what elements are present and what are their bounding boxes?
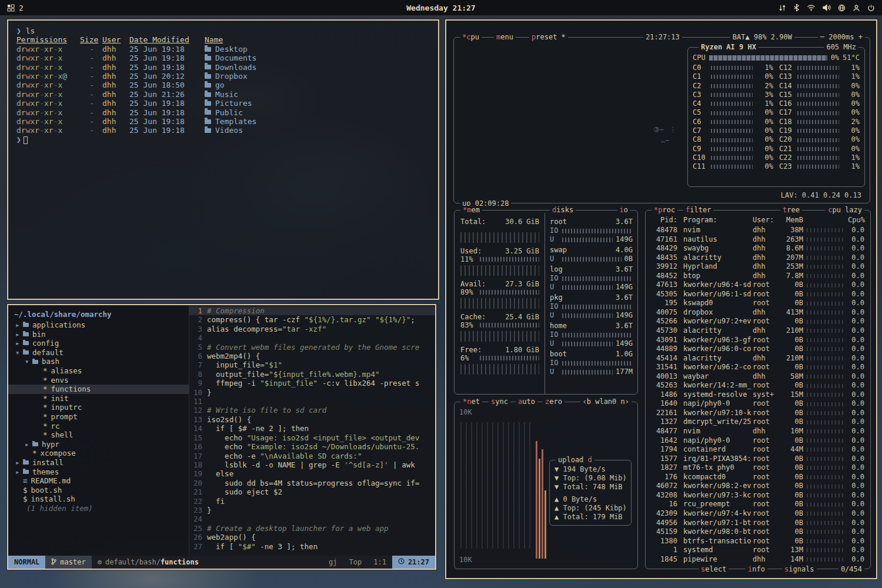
process-row[interactable]: 45414 alacritty dhh 210M 0.0	[652, 354, 864, 363]
code-line: 15 echo "Usage: iso2sd <input_file> <out…	[189, 433, 435, 442]
net-zero-toggle[interactable]: zero	[543, 397, 564, 406]
tree-item[interactable]: ▸ config	[8, 339, 189, 348]
tree-item[interactable]: ▾ default	[8, 348, 189, 358]
tab-proc[interactable]: *proc	[652, 206, 677, 214]
tree-item[interactable]: envs	[8, 376, 189, 385]
process-row[interactable]: 40013 waybar dhh 58M 0.0	[652, 372, 864, 382]
col-user[interactable]: User:	[753, 215, 780, 225]
process-row[interactable]: 48429 swaybg dhh 8.6M 0.0	[652, 244, 864, 253]
tree-item[interactable]: install.sh	[8, 495, 189, 504]
tree-item[interactable]: functions	[8, 385, 189, 394]
preset-button[interactable]: preset *	[529, 33, 568, 41]
prompt-line-empty[interactable]: ❯	[16, 135, 430, 144]
process-row[interactable]: 46072 kworker/u98:2-ev root 0B 0.0	[652, 482, 864, 491]
process-row[interactable]: 1327 dmcrypt_write/25 root 0B 0.0	[652, 417, 864, 427]
process-row[interactable]: 1486 systemd-resolve syst+ 15M 0.0	[652, 390, 864, 400]
net-interface[interactable]: ‹b wlan0 n›	[580, 397, 632, 406]
process-row[interactable]: 45263 kworker/14:2-mm_ root 0B 0.0	[652, 381, 864, 390]
process-row[interactable]: 22161 kworker/u97:10-k root 0B 0.0	[652, 409, 864, 418]
process-row[interactable]: 43091 kworker/u96:3-gf root 0B 0.0	[652, 336, 864, 345]
process-row[interactable]: 39912 Hyprland dhh 253M 0.0	[652, 262, 864, 272]
process-row[interactable]: 48478 nvim dhh 38M 0.0	[652, 226, 864, 235]
terminal-output[interactable]: ❯ ls Permissions Size User Date Modified…	[8, 21, 438, 150]
core-pct: 0%	[756, 145, 773, 153]
user-icon[interactable]	[853, 4, 860, 12]
process-row[interactable]: 47161 nautilus dhh 263M 0.0	[652, 235, 864, 245]
net-auto-toggle[interactable]: auto	[516, 397, 537, 406]
network-icon[interactable]	[838, 4, 846, 12]
process-row[interactable]: 48477 nvim dhh 10M 0.0	[652, 427, 864, 436]
proc-select-hint[interactable]: select	[699, 565, 729, 573]
tree-root-path[interactable]: ~/.local/share/omarchy	[8, 309, 189, 320]
tab-cpu[interactable]: *cpu	[460, 33, 482, 41]
bluetooth-icon[interactable]	[793, 4, 800, 12]
process-row[interactable]: 1794 containerd root 44M 0.0	[652, 445, 864, 455]
proc-info-hint[interactable]: info	[746, 565, 767, 573]
process-row[interactable]: 47613 kworker/u96:4-sd root 0B 0.0	[652, 280, 864, 290]
process-row[interactable]: 16 rcu_preempt root 0B 0.0	[652, 500, 864, 509]
tree-item[interactable]: boot.sh	[8, 486, 189, 495]
code-editor[interactable]: 1 # Compression 2 compress() { tar -czf …	[189, 305, 435, 556]
process-row[interactable]: 44956 kworker/u97:1-bt root 0B 0.0	[652, 519, 864, 528]
process-cpu-graph	[807, 466, 844, 470]
process-row[interactable]: 45730 alacritty dhh 210M 0.0	[652, 326, 864, 336]
net-sync-toggle[interactable]: sync	[489, 397, 510, 406]
tree-item[interactable]: ▾ bash	[8, 357, 189, 366]
tree-item[interactable]: rc	[8, 422, 189, 431]
process-row[interactable]: 44889 kworker/u96:0-co root 0B 0.0	[652, 345, 864, 354]
tree-item[interactable]: prompt	[8, 412, 189, 422]
process-user: root	[753, 473, 780, 482]
process-row[interactable]: 1640 napi/phy0-0 root 0B 0.0	[652, 399, 864, 409]
col-program[interactable]: Program:	[677, 215, 753, 225]
process-row[interactable]: 48435 alacritty dhh 207M 0.0	[652, 253, 864, 263]
menu-button[interactable]: menu	[494, 33, 516, 41]
tree-item[interactable]: README.md	[8, 476, 189, 486]
power-icon[interactable]	[867, 4, 875, 12]
proc-filter-button[interactable]: filter	[683, 206, 713, 214]
tree-item[interactable]: ▸ hypr	[8, 440, 189, 449]
col-pid[interactable]: Pid:	[652, 215, 677, 225]
tree-item[interactable]: init	[8, 394, 189, 403]
process-row[interactable]: 1827 mt76-tx phy0 root 0B 0.0	[652, 463, 864, 473]
col-cpu[interactable]: Cpu%	[848, 215, 864, 225]
process-row[interactable]: 31541 kworker/u96:2-co root 0B 0.0	[652, 363, 864, 372]
tree-item[interactable]: ▸ install	[8, 458, 189, 467]
volume-icon[interactable]	[823, 4, 831, 11]
tree-item[interactable]: aliases	[8, 366, 189, 376]
process-row[interactable]: 45305 kworker/u96:1-sd root 0B 0.0	[652, 290, 864, 299]
process-name: kworker/u97:10-k	[677, 409, 753, 418]
tree-item[interactable]: xcompose	[8, 449, 189, 458]
wifi-icon[interactable]	[807, 4, 816, 11]
file-type-icon	[32, 360, 38, 364]
tree-item[interactable]: ▸ applications	[8, 320, 189, 330]
update-interval[interactable]: ─ 2000ms +	[818, 33, 865, 41]
process-row[interactable]: 1577 irq/81-PIXA3854: root 0B 0.0	[652, 455, 864, 464]
tab-net[interactable]: *net	[460, 397, 482, 406]
proc-signals-hint[interactable]: signals	[782, 565, 817, 573]
tree-item[interactable]: ▸ themes	[8, 467, 189, 477]
process-row[interactable]: 42309 kworker/u97:4-kv root 0B 0.0	[652, 509, 864, 519]
tree-item[interactable]: shell	[8, 430, 189, 440]
process-user: dhh	[753, 326, 780, 336]
git-branch-segment[interactable]: master	[45, 556, 91, 569]
process-row[interactable]: 1642 napi/phy0-0 root 0B 0.0	[652, 436, 864, 446]
tree-item[interactable]: ▸ bin	[8, 330, 189, 339]
process-row[interactable]: 45159 kworker/u98:0-bt root 0B 0.0	[652, 527, 864, 537]
tree-item[interactable]: (1 hidden item)	[8, 504, 189, 513]
process-row[interactable]: 1380 btrfs-transactio root 0B 0.0	[652, 537, 864, 546]
proc-tree-toggle[interactable]: tree	[780, 206, 802, 214]
disk-io-meter	[562, 361, 633, 366]
process-row[interactable]: 43208 kworker/u97:3-kc root 0B 0.0	[652, 491, 864, 500]
process-row[interactable]: 40075 dropbox dhh 413M 0.0	[652, 308, 864, 318]
process-row[interactable]: 195 kswapd0 root 0B 0.0	[652, 299, 864, 308]
process-row[interactable]: 1845 pipewire dhh 14M 0.0	[652, 555, 864, 564]
proc-sort-selector[interactable]: cpu lazy	[826, 206, 864, 214]
tree-item[interactable]: inputrc	[8, 403, 189, 412]
process-row[interactable]: 176 kcompactd0 root 0B 0.0	[652, 473, 864, 482]
process-row[interactable]: 45266 kworker/u97:2+ev root 0B 0.0	[652, 317, 864, 326]
col-memb[interactable]: MemB	[780, 215, 803, 225]
process-row[interactable]: 1 systemd root 13M 0.0	[652, 546, 864, 555]
updates-icon[interactable]	[779, 4, 786, 12]
process-row[interactable]: 48452 btop dhh 7.8M 0.0	[652, 272, 864, 281]
process-cpu: 0.0	[848, 280, 864, 290]
